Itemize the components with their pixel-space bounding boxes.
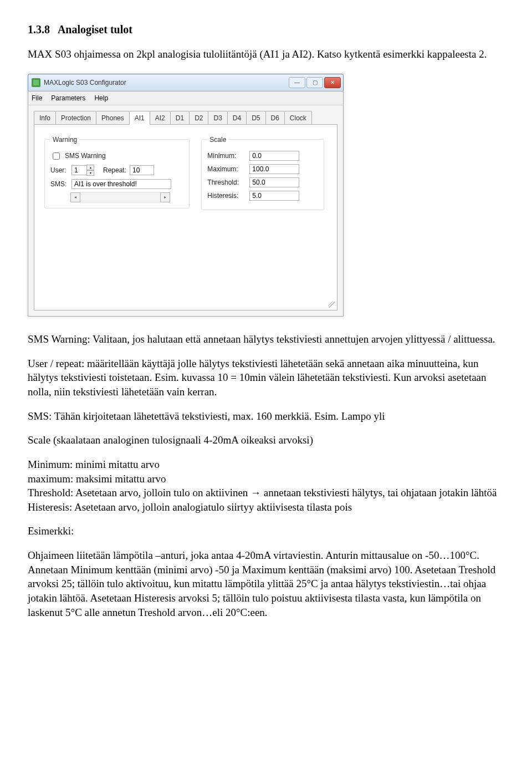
sms-input[interactable] <box>71 179 171 189</box>
titlebar: MAXLogic S03 Configurator — ▢ ✕ <box>28 74 344 91</box>
user-spin-down[interactable]: ▾ <box>86 170 94 176</box>
fieldset-warning: Warning SMS Warning User: ▴ ▾ Repeat: <box>44 139 190 208</box>
tab-ai1[interactable]: AI1 <box>129 111 150 125</box>
minimize-icon: — <box>294 79 300 86</box>
maximize-icon: ▢ <box>313 79 318 86</box>
threshold-input[interactable] <box>249 177 299 187</box>
sms-label: SMS: <box>50 180 68 189</box>
tab-d5[interactable]: D5 <box>246 111 265 125</box>
p-maximum: maximum: maksimi mitattu arvo <box>28 472 504 486</box>
minimize-button[interactable]: — <box>289 77 305 88</box>
close-icon: ✕ <box>330 79 335 86</box>
app-icon <box>32 78 40 87</box>
p-sms: SMS: Tähän kirjoitetaan lähetettävä teks… <box>28 409 504 424</box>
tab-clock[interactable]: Clock <box>284 111 312 125</box>
tabpane-ai1: Warning SMS Warning User: ▴ ▾ Repeat: <box>34 124 337 310</box>
sms-scroll-left[interactable]: ◂ <box>70 192 80 202</box>
p-histeresis: Histeresis: Asetetaan arvo, jolloin anal… <box>28 500 504 515</box>
menu-file[interactable]: File <box>32 94 42 103</box>
tab-d3[interactable]: D3 <box>208 111 227 125</box>
window-title: MAXLogic S03 Configurator <box>44 78 288 87</box>
user-spin-up[interactable]: ▴ <box>86 165 94 170</box>
p-user-repeat: User / repeat: määritellään käyttäjä jol… <box>28 356 504 399</box>
minimum-input[interactable] <box>249 151 299 161</box>
threshold-label: Threshold: <box>207 178 246 187</box>
chevron-right-icon: ▸ <box>164 195 166 201</box>
section-heading: 1.3.8 Analogiset tulot <box>28 22 504 37</box>
menu-parameters[interactable]: Parameters <box>51 94 85 103</box>
tab-ai2[interactable]: AI2 <box>150 111 171 125</box>
resize-grip-icon[interactable] <box>328 301 335 308</box>
user-label: User: <box>50 166 68 175</box>
legend-scale: Scale <box>207 135 228 144</box>
fieldset-scale: Scale Minimum: Maximum: Threshold: Histe… <box>201 139 324 210</box>
sms-warning-checkbox[interactable] <box>53 152 60 160</box>
sms-scroll-right[interactable]: ▸ <box>160 192 170 202</box>
repeat-input[interactable] <box>130 165 154 175</box>
repeat-label: Repeat: <box>103 166 126 175</box>
section-title: Analogiset tulot <box>58 23 132 35</box>
p-scale: Scale (skaalataan analoginen tulosignaal… <box>28 433 504 447</box>
section-number: 1.3.8 <box>28 23 50 35</box>
tab-d6[interactable]: D6 <box>265 111 285 125</box>
user-input[interactable] <box>71 165 87 175</box>
menu-help[interactable]: Help <box>94 94 108 103</box>
minimum-label: Minimum: <box>207 151 246 160</box>
tab-d2[interactable]: D2 <box>189 111 208 125</box>
close-button[interactable]: ✕ <box>324 77 341 88</box>
maximum-input[interactable] <box>249 164 299 174</box>
configurator-window: MAXLogic S03 Configurator — ▢ ✕ File Par… <box>28 74 344 317</box>
tab-d4[interactable]: D4 <box>227 111 247 125</box>
p-sms-warning: SMS Warning: Valitaan, jos halutaan että… <box>28 332 504 347</box>
tab-d1[interactable]: D1 <box>170 111 190 125</box>
legend-warning: Warning <box>50 135 79 144</box>
tab-phones[interactable]: Phones <box>96 111 130 125</box>
p-example-heading: Esimerkki: <box>28 524 504 538</box>
menubar: File Parameters Help <box>28 91 344 105</box>
maximize-button[interactable]: ▢ <box>306 77 323 88</box>
maximum-label: Maximum: <box>207 165 246 174</box>
chevron-left-icon: ◂ <box>74 195 76 201</box>
tabstrip: Info Protection Phones AI1 AI2 D1 D2 D3 … <box>34 111 337 125</box>
histeresis-label: Histeresis: <box>207 191 246 200</box>
intro-paragraph: MAX S03 ohjaimessa on 2kpl analogisia tu… <box>28 47 504 62</box>
tab-protection[interactable]: Protection <box>55 111 96 125</box>
sms-warning-label: SMS Warning <box>65 151 106 160</box>
sms-scrollbar-track[interactable] <box>80 192 160 202</box>
p-threshold: Threshold: Asetetaan arvo, jolloin tulo … <box>28 486 504 500</box>
p-example-body: Ohjaimeen liitetään lämpötila –anturi, j… <box>28 548 504 619</box>
tab-info[interactable]: Info <box>34 111 56 125</box>
histeresis-input[interactable] <box>249 191 299 201</box>
client-area: Info Protection Phones AI1 AI2 D1 D2 D3 … <box>28 105 344 317</box>
p-minimum: Minimum: minimi mitattu arvo <box>28 457 504 472</box>
